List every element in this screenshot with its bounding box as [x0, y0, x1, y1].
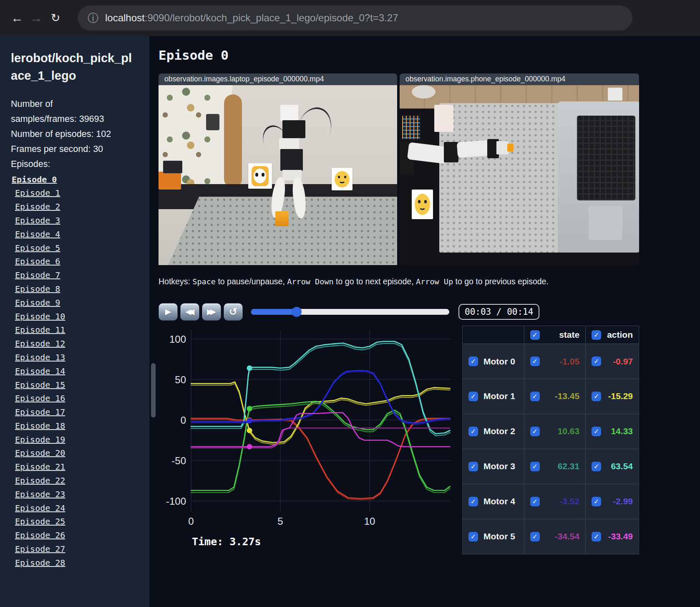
sidebar-episode-link-18[interactable]: Episode 18	[15, 419, 65, 433]
smiley-card	[412, 190, 433, 219]
motor-4-action-checkbox[interactable]: ✓	[592, 497, 601, 506]
sidebar-episode-link-13[interactable]: Episode 13	[15, 351, 65, 364]
sidebar-episode-link-15[interactable]: Episode 15	[15, 378, 65, 392]
sidebar-episode-link-3[interactable]: Episode 3	[15, 214, 60, 228]
forward-icon[interactable]: →	[27, 11, 46, 25]
seek-slider[interactable]	[251, 309, 449, 315]
browser-toolbar: ← → ↻ ⓘ localhost:9090/lerobot/koch_pick…	[0, 0, 700, 36]
motor-5-state-checkbox[interactable]: ✓	[530, 532, 540, 541]
sidebar-episode-link-0[interactable]: Episode 0	[12, 173, 57, 187]
state-value: -34.54	[555, 531, 580, 541]
orange-lego-brick	[275, 211, 289, 227]
rewind-button[interactable]: ◀◀	[180, 303, 199, 321]
orange-fixture	[159, 172, 181, 190]
back-icon[interactable]: ←	[8, 11, 27, 25]
sidebar-episode-link-9[interactable]: Episode 9	[15, 296, 60, 310]
motor-5-checkbox[interactable]: ✓	[468, 532, 478, 541]
state-value: -1.05	[559, 357, 579, 367]
sidebar-episode-link-5[interactable]: Episode 5	[15, 241, 60, 255]
motor-0-action-checkbox[interactable]: ✓	[592, 357, 601, 366]
sidebar-episode-link-27[interactable]: Episode 27	[15, 542, 65, 556]
motor-0-state-checkbox[interactable]: ✓	[530, 357, 540, 366]
motor-row-0: ✓Motor 0✓-1.05✓-0.97	[463, 344, 639, 379]
state-value: -3.52	[559, 496, 579, 506]
sidebar-episode-link-21[interactable]: Episode 21	[15, 460, 65, 474]
sidebar-episode-link-4[interactable]: Episode 4	[15, 228, 60, 241]
reload-icon[interactable]: ↻	[46, 11, 65, 25]
motor-row-2: ✓Motor 2✓10.63✓14.33	[463, 414, 639, 449]
sidebar-episode-link-16[interactable]: Episode 16	[15, 392, 65, 405]
video-phone[interactable]	[400, 85, 639, 265]
sidebar-episode-link-28[interactable]: Episode 28	[15, 556, 65, 570]
motor-3-state-checkbox[interactable]: ✓	[530, 462, 540, 471]
episode-list-item: Episode 12	[11, 337, 138, 351]
electronics-board	[402, 116, 420, 139]
sidebar-episode-link-23[interactable]: Episode 23	[15, 488, 65, 501]
sidebar-episode-link-25[interactable]: Episode 25	[15, 515, 65, 529]
sidebar-episode-link-7[interactable]: Episode 7	[15, 268, 60, 282]
action-value: -0.97	[613, 357, 633, 367]
motor-1-action-checkbox[interactable]: ✓	[592, 392, 601, 401]
sidebar-episode-link-20[interactable]: Episode 20	[15, 446, 65, 460]
sidebar-episode-link-11[interactable]: Episode 11	[15, 323, 65, 337]
hotkey-text: to pause/unpause,	[216, 277, 287, 286]
dataset-title: lerobot/koch_pick_place_1_lego	[11, 49, 136, 84]
motor-0-checkbox[interactable]: ✓	[468, 357, 478, 366]
motor-row-5: ✓Motor 5✓-34.54✓-33.49	[463, 519, 639, 554]
laptop-trackpad	[589, 206, 622, 240]
episode-list-item: Episode 5	[11, 241, 138, 255]
sidebar-episode-link-6[interactable]: Episode 6	[15, 255, 60, 268]
seek-slider-knob[interactable]	[292, 307, 302, 317]
address-bar[interactable]: ⓘ localhost:9090/lerobot/koch_pick_place…	[78, 5, 632, 30]
robot-bracket	[279, 138, 300, 149]
motor-state-cell: ✓-1.05	[524, 344, 586, 379]
motor-label: Motor 2	[483, 426, 515, 436]
motor-5-action-checkbox[interactable]: ✓	[592, 532, 601, 541]
motor-chart[interactable]: 100500-50-1000510Time: 3.27s	[159, 324, 457, 554]
stat-episodes: Number of episodes: 102	[11, 127, 116, 142]
panda-face-icon	[254, 169, 266, 184]
motor-4-checkbox[interactable]: ✓	[468, 497, 478, 506]
action-value: 63.54	[611, 461, 633, 471]
sidebar-episode-link-22[interactable]: Episode 22	[15, 474, 65, 488]
robot-top-box	[280, 105, 298, 121]
sidebar-episode-link-26[interactable]: Episode 26	[15, 529, 65, 542]
stat-samples: Number of samples/frames: 39693	[11, 97, 116, 127]
url-text[interactable]: localhost:9090/lerobot/koch_pick_place_1…	[105, 12, 398, 24]
motor-4-state-checkbox[interactable]: ✓	[530, 497, 540, 506]
motor-2-checkbox[interactable]: ✓	[468, 427, 478, 436]
sidebar-episode-link-12[interactable]: Episode 12	[15, 337, 65, 351]
motor-1-state-checkbox[interactable]: ✓	[530, 392, 540, 401]
play-button[interactable]: ▶	[159, 303, 178, 321]
sidebar-episode-link-8[interactable]: Episode 8	[15, 282, 60, 296]
action-column-checkbox[interactable]: ✓	[592, 330, 601, 340]
sidebar-episode-link-1[interactable]: Episode 1	[15, 186, 60, 200]
video-row: observation.images.laptop_episode_000000…	[159, 73, 700, 265]
sidebar: lerobot/koch_pick_place_1_lego Number of…	[0, 36, 149, 607]
motor-3-action-checkbox[interactable]: ✓	[592, 462, 601, 471]
loop-button[interactable]: ↺	[224, 303, 243, 321]
motor-2-action-checkbox[interactable]: ✓	[592, 427, 601, 436]
video-laptop[interactable]	[159, 85, 397, 265]
robot-gripper	[496, 141, 509, 154]
chart-svg[interactable]: 100500-50-1000510Time: 3.27s	[159, 324, 457, 553]
info-icon[interactable]: ⓘ	[88, 11, 98, 25]
motor-3-checkbox[interactable]: ✓	[468, 462, 478, 471]
sidebar-episode-link-24[interactable]: Episode 24	[15, 501, 65, 515]
fast-forward-button[interactable]: ▶▶	[202, 303, 221, 321]
sidebar-episode-link-14[interactable]: Episode 14	[15, 364, 65, 378]
sidebar-episode-link-19[interactable]: Episode 19	[15, 433, 65, 447]
sidebar-episode-link-10[interactable]: Episode 10	[15, 310, 65, 324]
motor-state-cell: ✓-13.45	[524, 379, 586, 414]
motor-state-cell: ✓10.63	[524, 414, 586, 449]
scrollbar-thumb[interactable]	[151, 363, 156, 417]
svg-text:0: 0	[188, 516, 194, 527]
svg-text:Time: 3.27s: Time: 3.27s	[192, 536, 261, 548]
motor-2-state-checkbox[interactable]: ✓	[530, 427, 540, 436]
sidebar-episode-link-2[interactable]: Episode 2	[15, 200, 60, 214]
motor-label: Motor 1	[483, 391, 515, 401]
motor-1-checkbox[interactable]: ✓	[468, 392, 478, 401]
sidebar-episode-link-17[interactable]: Episode 17	[15, 405, 65, 419]
state-column-checkbox[interactable]: ✓	[530, 330, 540, 340]
motor-table: ✓state✓action✓Motor 0✓-1.05✓-0.97✓Motor …	[462, 326, 639, 554]
